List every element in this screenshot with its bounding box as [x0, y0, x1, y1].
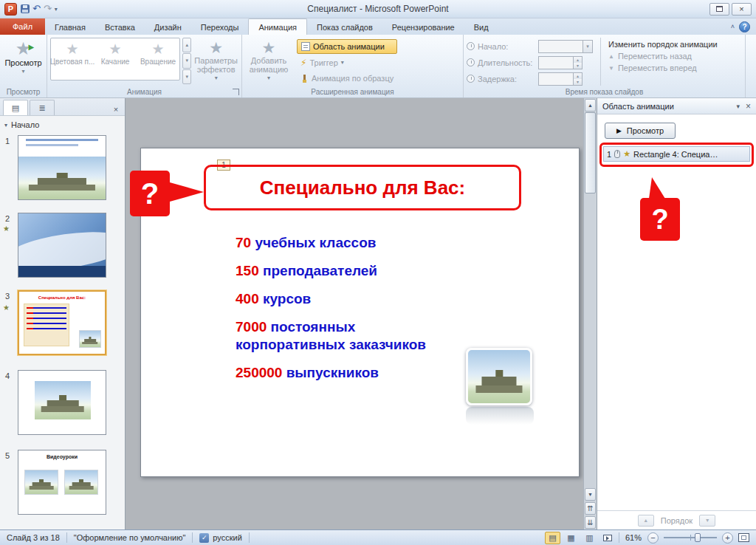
- slide-3-thumbnail[interactable]: Специально для Вас:: [18, 290, 106, 355]
- building-image: [35, 381, 91, 419]
- sorter-view-icon: ▦: [567, 533, 574, 543]
- title-highlight-box[interactable]: Специально для Вас:: [204, 165, 521, 210]
- animation-effect-colorpulse[interactable]: ★ Цветовая п...: [51, 38, 94, 80]
- tab-insert[interactable]: Вставка: [95, 18, 145, 35]
- item-number: 70: [236, 235, 251, 250]
- fit-to-window-button[interactable]: [736, 532, 752, 544]
- minimize-ribbon-icon[interactable]: ˄: [731, 23, 735, 30]
- spin-up-icon: ▴: [574, 73, 582, 79]
- slide-1-thumbnail[interactable]: [18, 135, 106, 200]
- powerpoint-logo-icon[interactable]: P: [4, 3, 17, 16]
- redo-icon[interactable]: ↷: [44, 4, 52, 13]
- gallery-more-button[interactable]: ▾: [182, 69, 191, 84]
- gallery-scroll-up-button[interactable]: ▴: [182, 38, 191, 52]
- animation-play-button[interactable]: ▶ Просмотр: [605, 123, 676, 139]
- effect-star-icon: ★: [109, 41, 121, 58]
- slide-counter[interactable]: Слайд 3 из 18: [0, 533, 66, 542]
- animation-effect-spin[interactable]: ★ Вращение: [137, 38, 179, 80]
- tab-review[interactable]: Рецензирование: [382, 18, 464, 35]
- view-reading-button[interactable]: ▥: [582, 532, 597, 544]
- animation-painter-button[interactable]: Анимация по образцу: [297, 71, 397, 86]
- section-header[interactable]: ▾ Начало: [0, 116, 125, 129]
- preview-button[interactable]: ★▶ Просмотр ▾: [3, 38, 44, 78]
- effect-options-button[interactable]: ★ Параметры эффектов ▾: [193, 38, 238, 84]
- delay-label: Задержка:: [478, 75, 535, 83]
- zoom-in-button[interactable]: +: [722, 532, 733, 544]
- spin-down-icon: ▾: [574, 63, 582, 69]
- view-slideshow-button[interactable]: [600, 532, 616, 544]
- animation-gallery: ★ Цветовая п... ★ Качание ★ Вращение: [50, 38, 180, 80]
- qat-dropdown-icon[interactable]: ▾: [55, 6, 58, 13]
- pane-close-icon[interactable]: ×: [746, 101, 751, 112]
- animation-pane-button[interactable]: Область анимации: [297, 39, 397, 54]
- scroll-down-button[interactable]: ▼: [585, 488, 596, 501]
- language-label: русский: [213, 533, 241, 542]
- gallery-scroll-down-button[interactable]: ▾: [182, 53, 191, 68]
- order-label: Порядок: [661, 516, 693, 525]
- slide-body-textbox[interactable]: 70 учебных классов 150 преподавателей 40…: [236, 234, 457, 392]
- slide-4-thumbnail[interactable]: [18, 370, 106, 435]
- item-number: 7000: [236, 319, 267, 335]
- animation-list-item[interactable]: 1 ★ Rectangle 4: Специа…: [603, 146, 750, 162]
- zoom-level[interactable]: 61%: [622, 533, 645, 542]
- animation-effect-teeter[interactable]: ★ Качание: [94, 38, 137, 80]
- tab-file[interactable]: Файл: [0, 18, 45, 35]
- mouse-trigger-icon: [614, 150, 620, 158]
- undo-icon[interactable]: ↶: [32, 4, 41, 13]
- pane-menu-icon[interactable]: ▾: [736, 103, 740, 110]
- save-icon[interactable]: [21, 4, 30, 13]
- chevron-down-icon: ▾: [215, 74, 218, 83]
- close-pane-icon[interactable]: ×: [110, 103, 122, 115]
- tab-outline[interactable]: ≣: [30, 100, 55, 115]
- reading-view-icon: ▥: [585, 533, 593, 543]
- language-status[interactable]: ✓ русский: [193, 533, 248, 543]
- lightning-icon: ⚡: [300, 58, 306, 68]
- tab-transitions[interactable]: Переходы: [191, 18, 249, 35]
- view-normal-button[interactable]: ▤: [545, 532, 560, 544]
- slide-picture[interactable]: [466, 348, 534, 425]
- effect-options-label: Параметры эффектов: [194, 56, 238, 74]
- zoom-slider-thumb[interactable]: [695, 533, 701, 542]
- building-image: [64, 470, 98, 495]
- order-up-button[interactable]: ▲: [638, 515, 654, 527]
- list-item: 400 курсов: [236, 290, 457, 308]
- preview-button-label: Просмотр: [4, 58, 41, 67]
- dialog-launcher-icon[interactable]: [233, 89, 239, 95]
- zoom-out-button[interactable]: −: [647, 532, 659, 544]
- duration-spinner[interactable]: ▴▾: [538, 56, 583, 69]
- current-slide-canvas[interactable]: 1 Специально для Вас: 70 учебных классов…: [140, 148, 580, 477]
- view-sorter-button[interactable]: ▦: [563, 532, 579, 544]
- order-down-button[interactable]: ▼: [699, 515, 715, 527]
- slide-2-thumbnail[interactable]: [18, 213, 106, 278]
- zoom-slider[interactable]: [664, 537, 717, 538]
- animation-item-label: Rectangle 4: Специа…: [633, 150, 718, 159]
- item-text: учебных классов: [255, 235, 376, 250]
- tab-animations[interactable]: Анимация: [248, 18, 307, 35]
- restore-button[interactable]: [709, 3, 729, 16]
- next-slide-button[interactable]: ⇊: [585, 516, 596, 529]
- scroll-up-button[interactable]: ▲: [585, 99, 596, 112]
- slide-row-1: 1: [0, 135, 126, 203]
- tab-view[interactable]: Вид: [464, 18, 498, 35]
- add-animation-button[interactable]: ★ Добавить анимацию ▾: [245, 38, 292, 86]
- tab-design[interactable]: Дизайн: [145, 18, 191, 35]
- start-combobox[interactable]: ▾: [538, 40, 593, 53]
- delay-spinner[interactable]: ▴▾: [538, 72, 583, 86]
- editor-scrollbar[interactable]: ▲ ▼ ⇈ ⇊: [583, 98, 597, 529]
- question-mark: ?: [141, 177, 159, 210]
- move-later-button[interactable]: ▼ Переместить вперед: [608, 64, 718, 72]
- tab-home[interactable]: Главная: [45, 18, 95, 35]
- move-earlier-button[interactable]: ▲ Переместить назад: [608, 52, 718, 61]
- scrollbar-thumb[interactable]: [585, 112, 596, 193]
- trigger-button[interactable]: ⚡ Триггер ▾: [297, 55, 397, 70]
- question-callout-pane: ?: [640, 198, 680, 241]
- duration-label: Длительность:: [478, 58, 535, 67]
- close-button[interactable]: ×: [732, 3, 752, 16]
- theme-name[interactable]: "Оформление по умолчанию": [67, 533, 193, 542]
- tab-slideshow[interactable]: Показ слайдов: [307, 18, 382, 35]
- tab-slides[interactable]: ▤: [3, 100, 28, 115]
- slide-5-thumbnail[interactable]: Видеоуроки: [18, 450, 106, 515]
- chevron-down-icon: ▾: [267, 74, 270, 83]
- previous-slide-button[interactable]: ⇈: [585, 502, 596, 515]
- help-icon[interactable]: ?: [739, 21, 750, 32]
